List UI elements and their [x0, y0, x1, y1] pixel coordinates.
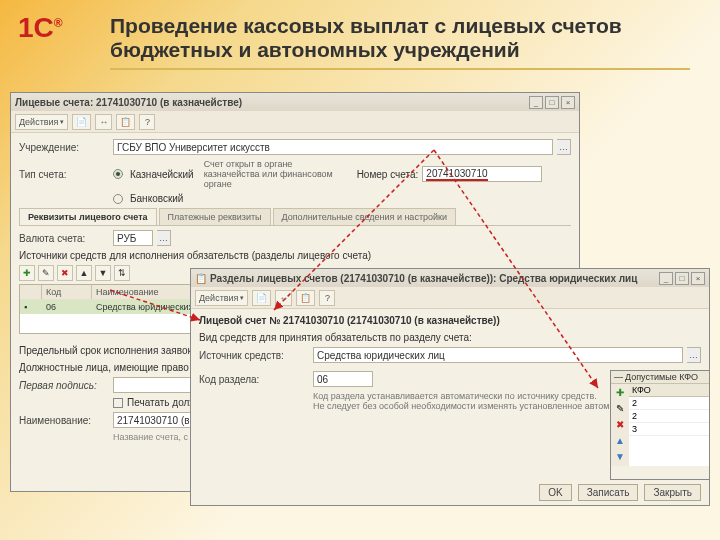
radio-kazn[interactable] — [113, 169, 123, 179]
tab-rekvizity[interactable]: Реквизиты лицевого счета — [19, 208, 157, 225]
close-button[interactable]: × — [561, 96, 575, 109]
kfo-edit-icon[interactable]: ✎ — [613, 402, 627, 416]
col-kod: Код — [42, 285, 92, 299]
titlebar-sections[interactable]: 📋 Разделы лицевых счетов (21741030710 (в… — [191, 269, 709, 287]
close-button-action[interactable]: Закрыть — [644, 484, 701, 501]
window-title-2: Разделы лицевых счетов (21741030710 (в к… — [210, 273, 659, 284]
kfo-grid[interactable]: КФО 2 2 3 — [629, 384, 709, 466]
uchr-field[interactable]: ГСБУ ВПО Университет искусств — [113, 139, 553, 155]
maximize-button[interactable]: □ — [545, 96, 559, 109]
minimize-button[interactable]: _ — [529, 96, 543, 109]
label-nom: Номер счета: — [357, 169, 419, 180]
valuta-field[interactable]: РУБ — [113, 230, 153, 246]
list-icon: 📋 — [195, 273, 207, 284]
label-uchr: Учреждение: — [19, 142, 109, 153]
kazn-note: Счет открыт в органе казначейства или фи… — [204, 159, 349, 189]
kfo-row[interactable]: 2 — [629, 410, 709, 423]
add-row-button[interactable]: ✚ — [19, 265, 35, 281]
label-naim: Наименование: — [19, 415, 109, 426]
ist-picker[interactable]: … — [687, 347, 701, 363]
tab-dop[interactable]: Дополнительные сведения и настройки — [273, 208, 457, 225]
valuta-picker[interactable]: … — [157, 230, 171, 246]
actions-dropdown[interactable]: Действия▾ — [15, 114, 68, 130]
footer-buttons: OK Записать Закрыть — [539, 484, 701, 501]
radio-kazn-label: Казначейский — [130, 169, 194, 180]
tabs: Реквизиты лицевого счета Платежные рекви… — [19, 208, 571, 226]
ok-button[interactable]: OK — [539, 484, 571, 501]
print-checkbox[interactable] — [113, 398, 123, 408]
tab-platezh[interactable]: Платежные реквизиты — [159, 208, 271, 225]
help-icon-2[interactable]: ? — [319, 290, 335, 306]
edit-row-button[interactable]: ✎ — [38, 265, 54, 281]
del-row-button[interactable]: ✖ — [57, 265, 73, 281]
maximize-button-2[interactable]: □ — [675, 272, 689, 285]
kfo-add-icon[interactable]: ✚ — [613, 386, 627, 400]
sort-button[interactable]: ⇅ — [114, 265, 130, 281]
minimize-button-2[interactable]: _ — [659, 272, 673, 285]
kfo-row[interactable]: 2 — [629, 397, 709, 410]
toolbar-icon-1[interactable]: 📄 — [72, 114, 91, 130]
kfo-title: — Допустимые КФО — [611, 371, 709, 384]
kfo-panel: — Допустимые КФО ✚ ✎ ✖ ▲ ▼ КФО 2 2 3 — [610, 370, 710, 480]
label-tip: Тип счета: — [19, 169, 109, 180]
window-title: Лицевые счета: 21741030710 (в казначейст… — [15, 97, 529, 108]
toolbar: Действия▾ 📄 ↔ 📋 ? — [11, 111, 579, 133]
label-ist2: Источник средств: — [199, 350, 309, 361]
up-row-button[interactable]: ▲ — [76, 265, 92, 281]
toolbar2-icon-2[interactable]: ↔ — [275, 290, 292, 306]
label-ist: Источники средств для исполнения обязате… — [19, 250, 571, 261]
dn-row-button[interactable]: ▼ — [95, 265, 111, 281]
toolbar-icon-2[interactable]: ↔ — [95, 114, 112, 130]
label-kod: Код раздела: — [199, 374, 309, 385]
titlebar-account[interactable]: Лицевые счета: 21741030710 (в казначейст… — [11, 93, 579, 111]
kfo-dn-icon[interactable]: ▼ — [613, 450, 627, 464]
vid-label: Вид средств для принятия обязательств по… — [199, 332, 701, 343]
toolbar-icon-3[interactable]: 📋 — [116, 114, 135, 130]
close-button-2[interactable]: × — [691, 272, 705, 285]
toolbar2-icon-1[interactable]: 📄 — [252, 290, 271, 306]
radio-bank-label: Банковский — [130, 193, 183, 204]
lic-label: Лицевой счет № 21741030710 (21741030710 … — [199, 315, 701, 326]
toolbar-2: Действия▾ 📄 ↔ 📋 ? — [191, 287, 709, 309]
col-icon — [20, 285, 42, 299]
logo: 1C® — [18, 12, 63, 44]
save-button[interactable]: Записать — [578, 484, 639, 501]
uchr-picker[interactable]: … — [557, 139, 571, 155]
nom-field[interactable]: 20741030710 — [422, 166, 542, 182]
ist-field[interactable]: Средства юридических лиц — [313, 347, 683, 363]
toolbar2-icon-3[interactable]: 📋 — [296, 290, 315, 306]
radio-bank[interactable] — [113, 194, 123, 204]
page-title: Проведение кассовых выплат с лицевых сче… — [110, 14, 690, 70]
kod-field[interactable]: 06 — [313, 371, 373, 387]
label-valuta: Валюта счета: — [19, 233, 109, 244]
kfo-col: КФО — [629, 384, 709, 397]
label-perv: Первая подпись: — [19, 380, 109, 391]
kfo-up-icon[interactable]: ▲ — [613, 434, 627, 448]
help-icon[interactable]: ? — [139, 114, 155, 130]
kfo-row[interactable]: 3 — [629, 423, 709, 436]
actions-dropdown-2[interactable]: Действия▾ — [195, 290, 248, 306]
kfo-del-icon[interactable]: ✖ — [613, 418, 627, 432]
